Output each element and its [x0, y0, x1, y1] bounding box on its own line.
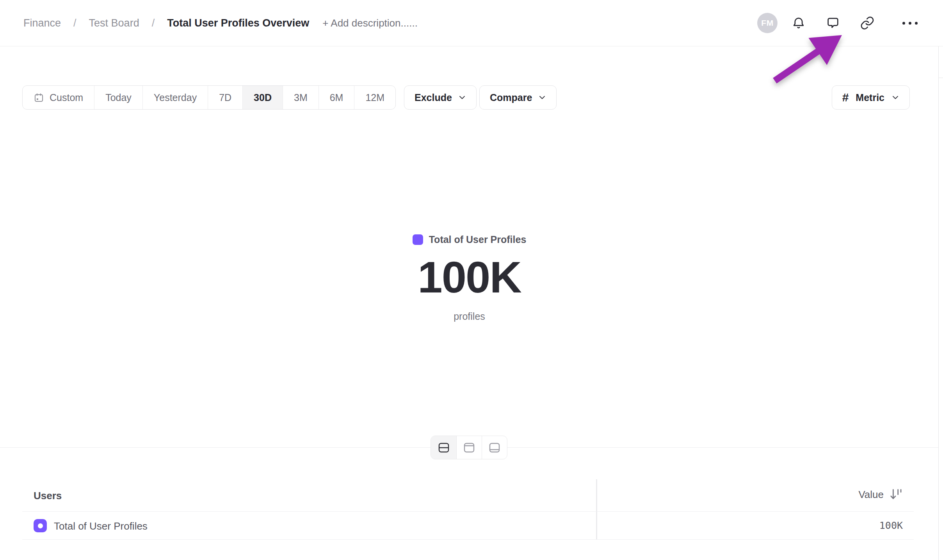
right-panel-edge	[938, 46, 939, 560]
breadcrumb-finance[interactable]: Finance	[23, 17, 61, 29]
metric-label: Metric	[856, 92, 884, 103]
table-header-value-sort[interactable]: Value	[858, 488, 904, 501]
date-range-label: 12M	[365, 92, 384, 103]
board-header: Finance / Test Board / Total User Profil…	[0, 0, 943, 46]
date-range-3m[interactable]: 3M	[283, 86, 318, 109]
table-row-label: Total of User Profiles	[54, 520, 148, 532]
date-range-6m[interactable]: 6M	[318, 86, 354, 109]
page-title[interactable]: Total User Profiles Overview	[167, 17, 309, 29]
header-actions: FM	[753, 13, 927, 33]
date-range-7d[interactable]: 7D	[208, 86, 242, 109]
date-range-custom[interactable]: Custom	[23, 86, 94, 109]
date-range-label: 30D	[254, 92, 272, 103]
compare-dropdown-button[interactable]: Compare	[479, 85, 557, 110]
add-description-button[interactable]: + Add description......	[322, 17, 418, 29]
more-options-icon[interactable]	[893, 22, 927, 25]
series-color-icon	[34, 519, 47, 532]
exclude-label: Exclude	[415, 92, 452, 103]
table-row-value: 100K	[879, 520, 903, 531]
view-footer-bottom-button[interactable]	[482, 436, 507, 459]
date-range-label: 7D	[219, 92, 231, 103]
metric-unit: profiles	[0, 311, 939, 322]
compare-label: Compare	[490, 92, 532, 103]
chevron-down-icon	[538, 95, 546, 100]
date-range-yesterday[interactable]: Yesterday	[142, 86, 208, 109]
toolbar: Custom Today Yesterday 7D 30D 3M 6M 12M …	[0, 85, 939, 110]
chevron-down-icon	[458, 95, 466, 100]
breadcrumb: Finance / Test Board / Total User Profil…	[23, 17, 309, 29]
date-range-label: Custom	[50, 92, 83, 103]
date-range-30d[interactable]: 30D	[242, 86, 283, 109]
hash-icon: #	[842, 91, 849, 104]
copy-link-icon[interactable]	[850, 13, 884, 33]
breadcrumb-test-board[interactable]: Test Board	[89, 17, 139, 29]
breadcrumb-separator: /	[152, 17, 155, 29]
chart-legend: Total of User Profiles	[0, 234, 939, 245]
breadcrumb-separator: /	[73, 17, 77, 29]
exclude-dropdown-button[interactable]: Exclude	[404, 85, 477, 110]
metric-value: 100K	[0, 253, 939, 301]
avatar[interactable]: FM	[753, 13, 781, 33]
legend-swatch	[413, 234, 423, 245]
calendar-icon	[34, 92, 44, 103]
date-range-picker: Custom Today Yesterday 7D 30D 3M 6M 12M	[22, 85, 396, 110]
view-switcher	[431, 436, 507, 459]
legend-label: Total of User Profiles	[429, 234, 527, 245]
table-row-divider	[22, 539, 914, 540]
date-range-today[interactable]: Today	[94, 86, 142, 109]
right-panel-notch	[938, 78, 943, 78]
view-header-top-button[interactable]	[456, 436, 482, 459]
avatar-initials: FM	[757, 13, 778, 33]
table-header-divider	[22, 511, 914, 512]
date-range-label: Today	[105, 92, 132, 103]
sort-descending-icon	[889, 488, 904, 501]
date-range-12m[interactable]: 12M	[354, 86, 395, 109]
table-column-divider[interactable]	[596, 479, 597, 539]
date-range-label: 6M	[330, 92, 343, 103]
date-range-label: Yesterday	[154, 92, 197, 103]
comments-icon[interactable]	[816, 13, 850, 33]
date-range-label: 3M	[294, 92, 308, 103]
notifications-bell-icon[interactable]	[781, 13, 816, 33]
view-split-rows-button[interactable]	[431, 436, 456, 459]
chevron-down-icon	[891, 95, 899, 100]
table-header-value-label: Value	[858, 489, 884, 501]
table-header-users: Users	[34, 490, 62, 502]
metric-dropdown-button[interactable]: # Metric	[832, 85, 910, 110]
